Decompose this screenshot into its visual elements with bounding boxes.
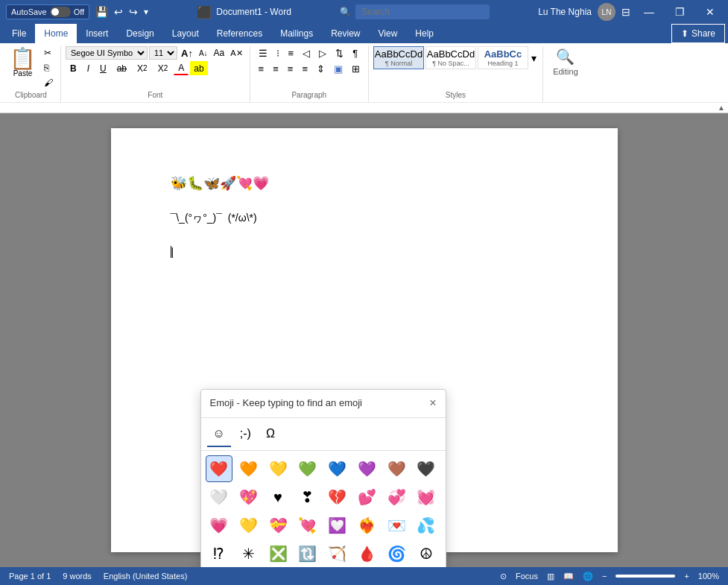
tab-home[interactable]: Home xyxy=(35,24,77,43)
font-size-select[interactable]: 11 xyxy=(149,46,177,60)
emoji-yellow-heart2[interactable]: 💛 xyxy=(235,512,262,539)
shading-button[interactable]: ▣ xyxy=(330,62,346,76)
focus-icon[interactable]: ⊙ xyxy=(500,572,507,581)
emoji-heart-with-arrow[interactable]: 💘 xyxy=(294,512,321,539)
emoji-purple-heart[interactable]: 💜 xyxy=(353,455,380,482)
layout-view-icon[interactable]: ▥ xyxy=(547,572,554,581)
text-color-button[interactable]: A xyxy=(174,61,189,75)
strikethrough-button[interactable]: ab xyxy=(113,61,131,75)
emoji-drop-of-blood[interactable]: 🩸 xyxy=(353,540,380,567)
justify-button[interactable]: ≡ xyxy=(298,62,311,76)
autosave-pill[interactable] xyxy=(50,7,71,17)
tab-review[interactable]: Review xyxy=(322,24,369,43)
highlight-button[interactable]: ab xyxy=(190,61,207,75)
align-center-button[interactable]: ≡ xyxy=(269,62,282,76)
zoom-out-button[interactable]: − xyxy=(602,572,607,581)
read-view-icon[interactable]: 📖 xyxy=(563,572,574,581)
ribbon-collapse-button[interactable]: ▲ xyxy=(0,102,728,113)
italic-button[interactable]: I xyxy=(83,61,94,75)
emoji-white-heart[interactable]: 🤍 xyxy=(206,484,232,510)
emoji-beating-heart[interactable]: 💓 xyxy=(413,484,440,510)
emoji-splashing-sweat[interactable]: 💦 xyxy=(413,512,440,539)
emoji-heart-suit[interactable]: ♥ xyxy=(265,484,291,510)
grow-font-button[interactable]: A↑ xyxy=(179,47,195,60)
emoji-brown-heart[interactable]: 🤎 xyxy=(383,455,410,482)
subscript-button[interactable]: X2 xyxy=(133,61,152,75)
line-spacing-button[interactable]: ⇕ xyxy=(313,62,329,76)
emoji-growing-heart[interactable]: 💗 xyxy=(206,512,232,539)
emoji-black-heart[interactable]: 🖤 xyxy=(413,455,440,482)
font-name-select[interactable]: Segoe UI Symbol xyxy=(66,46,148,60)
emoji-heart-decoration[interactable]: 💟 xyxy=(324,512,351,539)
styles-scroll-button[interactable]: ▾ xyxy=(530,46,538,69)
emoji-blue-heart[interactable]: 💙 xyxy=(324,455,351,482)
style-no-spacing[interactable]: AaBbCcDd ¶ No Spac... xyxy=(425,46,476,69)
undo-icon[interactable]: ↩ xyxy=(114,6,123,18)
tab-insert[interactable]: Insert xyxy=(77,24,117,43)
format-painter-button[interactable]: 🖌 xyxy=(41,76,56,89)
multilevel-button[interactable]: ≡ xyxy=(285,46,298,60)
clear-format-button[interactable]: A✕ xyxy=(228,48,244,59)
outdent-button[interactable]: ◁ xyxy=(299,46,314,60)
emoji-neg-squared-cross[interactable]: ❎ xyxy=(265,540,291,567)
emoji-yellow-heart[interactable]: 💛 xyxy=(265,455,291,482)
emoji-tab-smiley[interactable]: ☺ xyxy=(207,421,231,448)
ribbon-display-icon[interactable]: ⊟ xyxy=(621,6,630,18)
superscript-button[interactable]: X2 xyxy=(153,61,173,75)
customize-icon[interactable]: ▾ xyxy=(144,7,148,17)
save-icon[interactable]: 💾 xyxy=(95,6,108,18)
zoom-in-button[interactable]: + xyxy=(684,572,689,581)
borders-button[interactable]: ⊞ xyxy=(348,62,364,76)
emoji-dizzy[interactable]: 🌀 xyxy=(383,540,410,567)
align-left-button[interactable]: ≡ xyxy=(255,62,268,76)
emoji-revolving-hearts[interactable]: 💞 xyxy=(383,484,410,510)
bullets-button[interactable]: ☰ xyxy=(255,46,271,60)
minimize-button[interactable]: — xyxy=(636,0,662,24)
cut-button[interactable]: ✂ xyxy=(41,46,56,60)
tab-view[interactable]: View xyxy=(370,24,407,43)
emoji-picker-close-button[interactable]: × xyxy=(429,396,436,410)
emoji-heart-on-fire[interactable]: ❤‍🔥 xyxy=(353,512,380,539)
redo-icon[interactable]: ↪ xyxy=(129,6,138,18)
doc-line-3[interactable]: | xyxy=(171,244,558,260)
tab-file[interactable]: File xyxy=(3,24,35,43)
style-heading1[interactable]: AaBbCc Heading 1 xyxy=(478,46,528,69)
zoom-slider[interactable] xyxy=(615,575,675,578)
change-case-button[interactable]: Aa xyxy=(212,47,227,59)
indent-button[interactable]: ▷ xyxy=(315,46,330,60)
bold-button[interactable]: B xyxy=(66,61,81,75)
language[interactable]: English (United States) xyxy=(104,572,188,581)
emoji-green-heart[interactable]: 💚 xyxy=(294,455,321,482)
style-normal[interactable]: AaBbCcDd ¶ Normal xyxy=(373,46,424,69)
tab-help[interactable]: Help xyxy=(406,24,443,43)
close-button[interactable]: ✕ xyxy=(698,0,722,24)
emoji-red-heart[interactable]: ❤️ xyxy=(206,455,232,482)
emoji-tab-omega[interactable]: Ω xyxy=(260,421,281,448)
copy-button[interactable]: ⎘ xyxy=(41,61,56,75)
emoji-double-exclamation[interactable]: ⁉ xyxy=(206,540,232,567)
emoji-sparkling-heart[interactable]: 💖 xyxy=(235,484,262,510)
marks-button[interactable]: ¶ xyxy=(349,46,361,60)
emoji-recycling[interactable]: 🔃 xyxy=(294,540,321,567)
emoji-peace-symbol[interactable]: ☮ xyxy=(413,540,440,567)
web-view-icon[interactable]: 🌐 xyxy=(583,572,593,581)
emoji-heart-exclamation[interactable]: ❣ xyxy=(294,484,321,510)
restore-button[interactable]: ❐ xyxy=(668,0,692,24)
document-content[interactable]: 🐝🐛🦋🚀💘💗 ¯\_(°ヮ°_)¯ (*/ω\*) | xyxy=(171,173,558,261)
emoji-orange-heart[interactable]: 🧡 xyxy=(235,455,262,482)
sort-button[interactable]: ⇅ xyxy=(332,46,347,60)
search-input[interactable] xyxy=(355,4,490,19)
emoji-love-letter[interactable]: 💌 xyxy=(383,512,410,539)
underline-button[interactable]: U xyxy=(95,61,111,75)
paste-button[interactable]: 📋 Paste xyxy=(6,46,39,80)
align-right-button[interactable]: ≡ xyxy=(284,62,297,76)
emoji-heart-with-ribbon[interactable]: 💝 xyxy=(265,512,291,539)
tab-references[interactable]: References xyxy=(208,24,271,43)
tab-design[interactable]: Design xyxy=(117,24,162,43)
emoji-bow-and-arrow[interactable]: 🏹 xyxy=(324,540,351,567)
share-button[interactable]: ⬆ Share xyxy=(671,24,725,43)
autosave-toggle[interactable]: AutoSave Off xyxy=(6,4,89,19)
emoji-broken-heart[interactable]: 💔 xyxy=(324,484,351,510)
emoji-tab-text[interactable]: ;-) xyxy=(234,421,257,448)
tab-layout[interactable]: Layout xyxy=(163,24,208,43)
